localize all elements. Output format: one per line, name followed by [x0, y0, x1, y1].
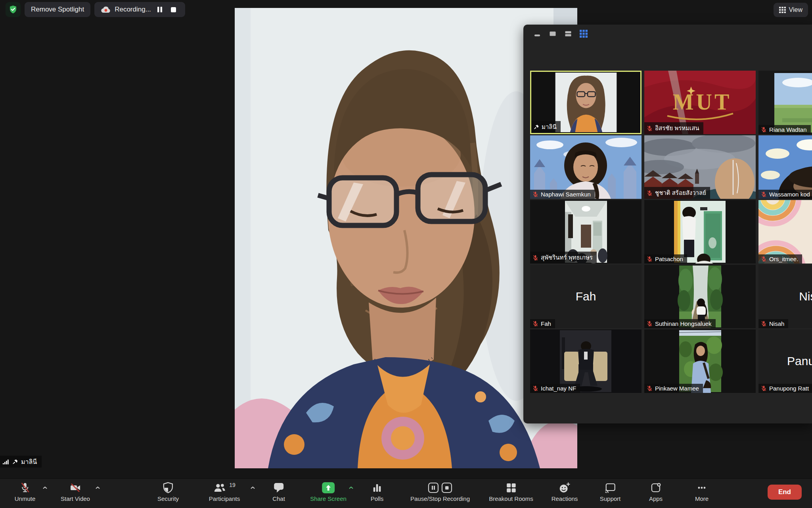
participant-video — [644, 329, 756, 393]
recording-indicator: Recording... — [94, 2, 185, 17]
start-video-label: Start Video — [61, 495, 90, 502]
reactions-button[interactable]: Reactions — [552, 481, 578, 502]
participant-display-name: Nisah — [769, 320, 784, 327]
participant-tile[interactable]: สุพัชรินทร์ พุทธเกษร — [530, 200, 642, 264]
participant-display-name: Pinkaew Mamee — [655, 385, 699, 392]
participant-name-label: มาลินี — [531, 121, 561, 133]
start-video-button[interactable]: Start Video — [61, 481, 90, 502]
participant-display-name: สุพัชรินทร์ พุทธเกษร — [541, 253, 593, 262]
muted-mic-icon — [19, 481, 31, 494]
remove-spotlight-button[interactable]: Remove Spotlight — [25, 2, 90, 17]
svg-text:MUT: MUT — [673, 90, 732, 114]
participant-display-name-large: Panupong — [758, 329, 812, 393]
participant-tile[interactable]: Ors_itmee. — [758, 200, 812, 264]
muted-mic-icon — [647, 125, 653, 131]
participant-tile[interactable]: มาลินี — [530, 71, 642, 134]
share-screen-button[interactable]: Share Screen — [310, 481, 347, 502]
muted-mic-icon — [761, 256, 767, 262]
view-button[interactable]: View — [774, 3, 808, 17]
participant-tile[interactable]: Ichat_nay NF — [530, 329, 642, 393]
participant-display-name-large: Nisah — [758, 265, 812, 328]
stop-recording-icon[interactable] — [441, 482, 452, 493]
muted-mic-icon — [761, 191, 767, 197]
participant-tile[interactable]: MUT อิสรชัย พรหมเสน — [644, 71, 756, 134]
participant-tile[interactable]: Suthinan Hongsaluek — [644, 265, 756, 328]
view-button-label: View — [789, 6, 802, 13]
minimize-icon[interactable] — [533, 29, 542, 38]
security-button[interactable]: Security — [157, 481, 179, 502]
participant-name-label: Fah — [530, 319, 555, 328]
recording-pause-button[interactable] — [155, 4, 165, 15]
participant-name-label: Riana Wadtan — [758, 125, 811, 134]
start-video-menu-chevron[interactable] — [94, 485, 101, 490]
muted-mic-icon — [647, 385, 653, 391]
gallery-view-icon[interactable] — [579, 29, 588, 38]
participant-display-name: Wassamon kod — [769, 191, 810, 198]
speaker-view-icon[interactable] — [548, 29, 557, 38]
apps-button[interactable]: Apps — [649, 481, 663, 502]
unmute-menu-chevron[interactable] — [41, 485, 48, 490]
participant-tile[interactable]: Fah Fah — [530, 265, 642, 328]
share-screen-menu-chevron[interactable] — [347, 485, 354, 490]
participant-name-label: Wassamon kod — [758, 190, 812, 199]
muted-mic-icon — [647, 256, 653, 262]
muted-mic-icon — [532, 191, 538, 197]
participant-display-name: Patsachon — [655, 256, 683, 262]
more-dots-icon — [696, 481, 708, 494]
participant-name-label: Nisah — [758, 319, 788, 328]
meeting-secure-shield-icon — [6, 2, 21, 17]
breakout-rooms-button[interactable]: Breakout Rooms — [489, 481, 533, 502]
participant-tile[interactable]: Panupong Panupong Ratt — [758, 329, 812, 393]
support-button[interactable]: Support — [600, 481, 621, 502]
chat-button[interactable]: Chat — [272, 481, 285, 502]
participant-video: Nisah — [758, 265, 812, 328]
strip-view-icon[interactable] — [564, 29, 573, 38]
participant-tile[interactable]: Patsachon — [644, 200, 756, 264]
participant-display-name: Riana Wadtan — [769, 126, 807, 133]
participant-name-label: ชูชาติ สร้อยสังวาลย์ — [644, 187, 710, 199]
pin-icon — [12, 459, 18, 465]
participants-count: 19 — [229, 482, 236, 488]
pause-stop-recording-label: Pause/Stop Recording — [410, 495, 470, 502]
participant-name-label: Panupong Ratt — [758, 384, 812, 393]
participant-display-name: Ichat_nay NF — [541, 385, 576, 392]
pause-stop-recording-button[interactable]: Pause/Stop Recording — [410, 481, 470, 502]
participant-video — [644, 265, 756, 328]
more-button[interactable]: More — [695, 481, 709, 502]
pin-icon — [534, 124, 539, 130]
participants-button[interactable]: 19 Participants — [209, 481, 240, 502]
unmute-button[interactable]: Unmute — [15, 481, 36, 502]
grid-view-icon — [779, 7, 786, 13]
participant-tile[interactable]: Nisah Nisah — [758, 265, 812, 328]
spotlight-name-label: มาลินี — [0, 456, 42, 468]
end-button[interactable]: End — [768, 485, 802, 500]
muted-mic-icon — [761, 385, 767, 391]
participant-video — [530, 135, 642, 199]
polls-icon — [372, 481, 383, 494]
breakout-rooms-label: Breakout Rooms — [489, 495, 533, 502]
muted-mic-icon — [761, 127, 767, 133]
security-shield-icon — [163, 481, 174, 494]
participant-tile[interactable]: Wassamon kod — [758, 135, 812, 199]
recording-cloud-icon — [101, 6, 111, 13]
participants-menu-chevron[interactable] — [249, 485, 256, 490]
participant-tile[interactable]: Pinkaew Mamee — [644, 329, 756, 393]
polls-button[interactable]: Polls — [371, 481, 384, 502]
muted-mic-icon — [761, 321, 767, 327]
participant-name-label: อิสรชัย พรหมเสน — [644, 122, 703, 134]
gallery-panel: มาลินี MUT อิสรชัย พรหมเสน Riana Wadtan … — [523, 25, 812, 423]
participant-video — [758, 71, 812, 134]
participant-tile[interactable]: Naphawi Saemkun — [530, 135, 642, 199]
participant-display-name: มาลินี — [542, 122, 557, 132]
recording-stop-button[interactable] — [169, 4, 179, 15]
participant-name-label: Ors_itmee. — [758, 254, 802, 264]
participant-tile[interactable]: ชูชาติ สร้อยสังวาลย์ — [644, 135, 756, 199]
chat-bubble-icon — [273, 481, 284, 494]
participant-display-name: Ors_itmee. — [769, 256, 798, 262]
participant-display-name: Panupong Ratt — [769, 385, 809, 392]
participant-tile[interactable]: Riana Wadtan — [758, 71, 812, 134]
pause-recording-icon[interactable] — [428, 482, 439, 493]
participant-display-name: Naphawi Saemkun — [541, 191, 591, 198]
chat-label: Chat — [272, 495, 285, 502]
participant-display-name: Fah — [541, 320, 551, 327]
